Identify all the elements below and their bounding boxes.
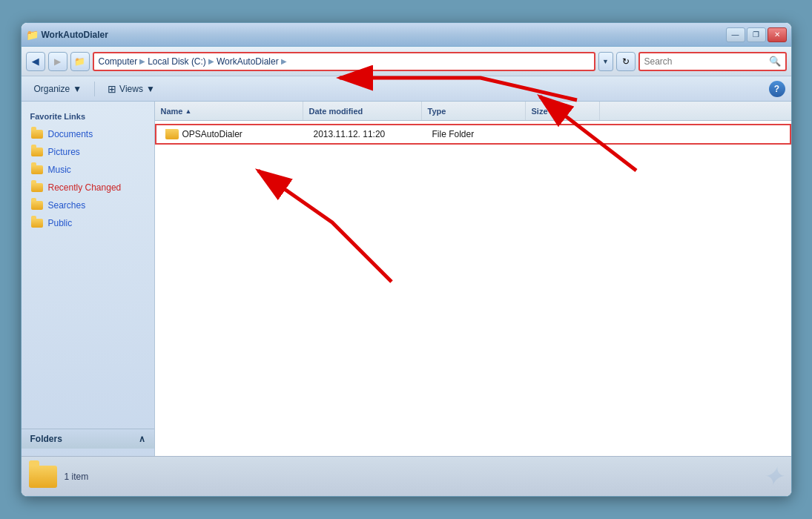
pictures-icon	[30, 145, 44, 159]
column-header-type[interactable]: Type	[422, 102, 526, 120]
sidebar-bottom: Folders ∧	[22, 429, 154, 449]
recently-changed-icon	[30, 181, 44, 194]
window-title: WorkAutoDialer	[42, 30, 108, 40]
file-list-header: Name ▲ Date modified Type Size	[155, 102, 791, 121]
column-header-name[interactable]: Name ▲	[155, 102, 303, 120]
breadcrumb-sep-2: ▶	[208, 57, 214, 65]
sidebar-item-recently-changed[interactable]: Recently Changed	[22, 179, 154, 196]
folders-header[interactable]: Folders ∧	[22, 429, 154, 449]
breadcrumb-drive[interactable]: Local Disk (C:)	[148, 56, 206, 67]
sidebar-section-title: Favorite Links	[22, 109, 154, 125]
address-dropdown-button[interactable]: ▼	[598, 52, 613, 71]
maximize-button[interactable]: ❐	[747, 27, 766, 42]
column-header-size[interactable]: Size	[526, 102, 600, 120]
refresh-button[interactable]: ↻	[616, 52, 636, 71]
address-bar: ◀ ▶ 📁 Computer ▶ Local Disk (C:) ▶ WorkA…	[22, 47, 791, 76]
sidebar-item-documents-label: Documents	[48, 129, 93, 139]
file-type-cell: File Folder	[426, 129, 530, 139]
file-list: Name ▲ Date modified Type Size	[155, 102, 791, 456]
sidebar-item-music-label: Music	[48, 165, 71, 175]
sidebar-item-documents[interactable]: Documents	[22, 125, 154, 143]
organize-button[interactable]: Organize ▼	[27, 79, 89, 99]
status-bar: 1 item ✦	[22, 456, 791, 496]
folders-collapse-icon: ∧	[139, 434, 145, 444]
column-header-date[interactable]: Date modified	[303, 102, 422, 120]
table-row[interactable]: OPSAutoDialer 2013.11.12. 11:20 File Fol…	[155, 124, 791, 145]
close-button[interactable]: ✕	[768, 27, 787, 42]
title-bar: 📁 WorkAutoDialer — ❐ ✕	[22, 23, 791, 47]
back-button[interactable]: ◀	[26, 52, 45, 71]
search-icon[interactable]: 🔍	[769, 56, 781, 67]
views-arrow: ▼	[146, 84, 155, 94]
file-list-body: OPSAutoDialer 2013.11.12. 11:20 File Fol…	[155, 121, 791, 456]
search-box[interactable]: 🔍	[638, 52, 787, 71]
music-icon	[30, 163, 44, 176]
sidebar-item-pictures[interactable]: Pictures	[22, 143, 154, 161]
file-name: OPSAutoDialer	[182, 129, 242, 139]
views-label: Views	[119, 84, 143, 94]
breadcrumb-sep-3: ▶	[281, 57, 287, 65]
breadcrumb[interactable]: Computer ▶ Local Disk (C:) ▶ WorkAutoDia…	[93, 52, 595, 71]
window-icon: 📁	[26, 29, 39, 41]
organize-arrow: ▼	[73, 84, 82, 94]
sidebar-item-searches-label: Searches	[48, 200, 86, 211]
sidebar-item-recently-changed-label: Recently Changed	[48, 182, 122, 193]
documents-icon	[30, 128, 44, 141]
search-input[interactable]	[644, 56, 766, 67]
status-item-count: 1 item	[65, 472, 89, 482]
toolbar-separator-1	[94, 82, 95, 96]
breadcrumb-folder[interactable]: WorkAutoDialer	[217, 56, 279, 67]
file-name-cell: OPSAutoDialer	[159, 129, 308, 139]
sidebar-item-public-label: Public	[48, 218, 73, 228]
window-controls: — ❐ ✕	[726, 27, 787, 42]
breadcrumb-sep-1: ▶	[139, 57, 145, 65]
sidebar-item-music[interactable]: Music	[22, 161, 154, 179]
organize-label: Organize	[34, 84, 70, 94]
file-date-cell: 2013.11.12. 11:20	[308, 129, 426, 139]
sidebar-item-searches[interactable]: Searches	[22, 196, 154, 214]
views-button[interactable]: ⊞ Views ▼	[101, 79, 162, 99]
toolbar: Organize ▼ ⊞ Views ▼ ?	[22, 76, 791, 102]
folder-icon	[165, 129, 179, 139]
searches-icon	[30, 199, 44, 212]
sidebar: Favorite Links Documents Pictures	[22, 102, 155, 456]
status-watermark: ✦	[762, 461, 784, 492]
help-button[interactable]: ?	[769, 81, 785, 97]
status-folder-icon	[29, 466, 57, 488]
sidebar-item-public[interactable]: Public	[22, 214, 154, 232]
sort-icon: ▲	[185, 108, 191, 115]
sidebar-item-pictures-label: Pictures	[48, 147, 80, 157]
minimize-button[interactable]: —	[726, 27, 745, 42]
public-icon	[30, 216, 44, 230]
folders-label: Folders	[30, 434, 62, 444]
main-area: Favorite Links Documents Pictures	[22, 102, 791, 456]
breadcrumb-computer[interactable]: Computer	[99, 56, 138, 67]
forward-button[interactable]: ▶	[48, 52, 67, 71]
recent-pages-button[interactable]: 📁	[70, 52, 90, 71]
